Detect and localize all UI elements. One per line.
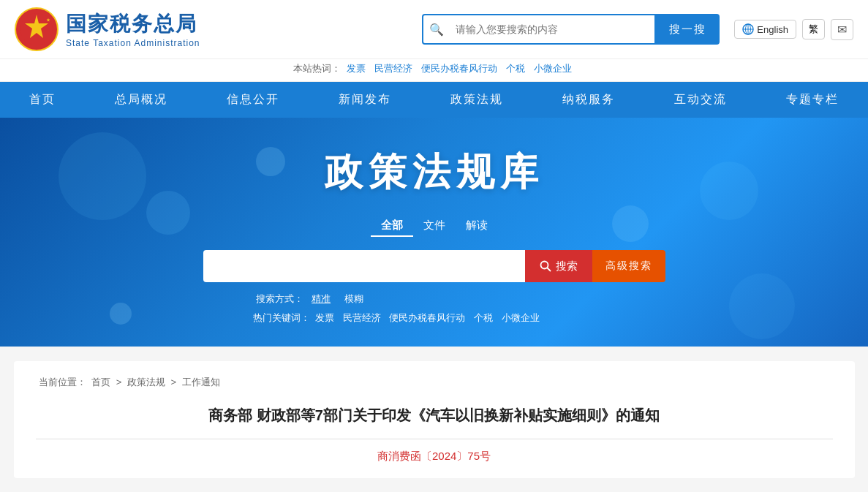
- hotword-0[interactable]: 发票: [347, 62, 366, 75]
- hero-search-input[interactable]: [203, 250, 525, 282]
- article-divider: [36, 439, 833, 439]
- nav-item-policy[interactable]: 政策法规: [430, 82, 524, 118]
- hero-tab-file[interactable]: 文件: [413, 216, 456, 237]
- breadcrumb: 当前位置： 首页 > 政策法规 > 工作通知: [36, 376, 833, 389]
- nav-item-news[interactable]: 新闻发布: [318, 82, 412, 118]
- article-doc-no: 商消费函〔2024〕75号: [36, 450, 833, 463]
- breadcrumb-policy[interactable]: 政策法规: [127, 376, 165, 387]
- header: 国家税务总局 State Taxation Administration 🔍 搜…: [0, 0, 868, 59]
- breadcrumb-sep-1: >: [116, 376, 124, 387]
- search-method-label: 搜索方式：: [256, 293, 303, 304]
- hero-advanced-button[interactable]: 高级搜索: [592, 250, 665, 282]
- hero-tab-all[interactable]: 全部: [371, 216, 413, 237]
- hero-hotwords-label: 热门关键词：: [253, 312, 310, 323]
- nav-item-overview[interactable]: 总局概况: [94, 82, 188, 118]
- hotwords-bar: 本站热词： 发票 民营经济 便民办税春风行动 个税 小微企业: [0, 59, 868, 82]
- content-wrap: 当前位置： 首页 > 政策法规 > 工作通知 商务部 财政部等7部门关于印发《汽…: [14, 361, 855, 478]
- breadcrumb-sep-2: >: [171, 376, 179, 387]
- hero-tab-interpret[interactable]: 解读: [456, 216, 498, 237]
- english-label: English: [757, 24, 788, 35]
- traditional-chinese-button[interactable]: 繁: [802, 19, 825, 39]
- english-lang-button[interactable]: English: [734, 20, 796, 39]
- logo-emblem: [15, 7, 59, 51]
- search-area: 🔍 搜一搜: [422, 14, 720, 45]
- hero-hotword-2[interactable]: 便民办税春风行动: [389, 312, 465, 323]
- article-title: 商务部 财政部等7部门关于印发《汽车以旧换新补贴实施细则》的通知: [36, 404, 833, 427]
- hero-search-row: 搜索 高级搜索: [0, 250, 868, 282]
- nav-item-home[interactable]: 首页: [9, 82, 76, 118]
- hero-title: 政策法规库: [0, 147, 868, 198]
- main-nav: 首页 总局概况 信息公开 新闻发布 政策法规 纳税服务 互动交流 专题专栏: [0, 82, 868, 118]
- search-input[interactable]: [450, 15, 654, 43]
- search-method-precise[interactable]: 精准: [312, 293, 331, 304]
- search-icon: 🔍: [423, 23, 450, 37]
- hero-hotword-4[interactable]: 小微企业: [502, 312, 540, 323]
- breadcrumb-worknotice[interactable]: 工作通知: [182, 376, 220, 387]
- nav-item-tax-service[interactable]: 纳税服务: [542, 82, 635, 118]
- hero-hotwords: 热门关键词： 发票 民营经济 便民办税春风行动 个税 小微企业: [253, 311, 869, 325]
- hero-search-button[interactable]: 搜索: [525, 250, 592, 282]
- lang-area: English 繁 ✉: [734, 19, 853, 40]
- hero-hotword-0[interactable]: 发票: [315, 312, 334, 323]
- breadcrumb-label: 当前位置：: [39, 376, 86, 387]
- hotwords-label: 本站热词：: [293, 62, 341, 75]
- logo-title: 国家税务总局: [66, 10, 200, 38]
- hero-tabs: 全部 文件 解读: [0, 216, 868, 237]
- hero-search-method: 搜索方式： 精准 模糊: [253, 292, 869, 306]
- logo-subtitle: State Taxation Administration: [66, 38, 200, 48]
- logo-text: 国家税务总局 State Taxation Administration: [66, 10, 200, 48]
- logo-area: 国家税务总局 State Taxation Administration: [15, 7, 200, 51]
- hero-hotword-1[interactable]: 民营经济: [343, 312, 381, 323]
- nav-item-topics[interactable]: 专题专栏: [766, 82, 859, 118]
- hotword-1[interactable]: 民营经济: [374, 62, 412, 75]
- hero-hotword-3[interactable]: 个税: [474, 312, 493, 323]
- search-button[interactable]: 搜一搜: [656, 14, 720, 45]
- breadcrumb-home[interactable]: 首页: [91, 376, 110, 387]
- header-right: 🔍 搜一搜 English 繁 ✉: [200, 14, 853, 45]
- hero-section: 政策法规库 全部 文件 解读 搜索 高级搜索 搜索方式： 精准 模糊 热门关键词…: [0, 118, 868, 347]
- mail-button[interactable]: ✉: [831, 19, 853, 40]
- search-box: 🔍: [422, 14, 656, 45]
- hotword-4[interactable]: 小微企业: [534, 62, 572, 75]
- hero-search-icon: [540, 260, 551, 272]
- svg-line-9: [547, 268, 551, 271]
- nav-item-info[interactable]: 信息公开: [206, 82, 300, 118]
- hotword-3[interactable]: 个税: [506, 62, 525, 75]
- search-method-fuzzy[interactable]: 模糊: [344, 293, 363, 304]
- nav-item-interaction[interactable]: 互动交流: [654, 82, 747, 118]
- hotword-2[interactable]: 便民办税春风行动: [421, 62, 497, 75]
- hero-search-label: 搜索: [556, 260, 578, 273]
- globe-icon: [742, 23, 754, 35]
